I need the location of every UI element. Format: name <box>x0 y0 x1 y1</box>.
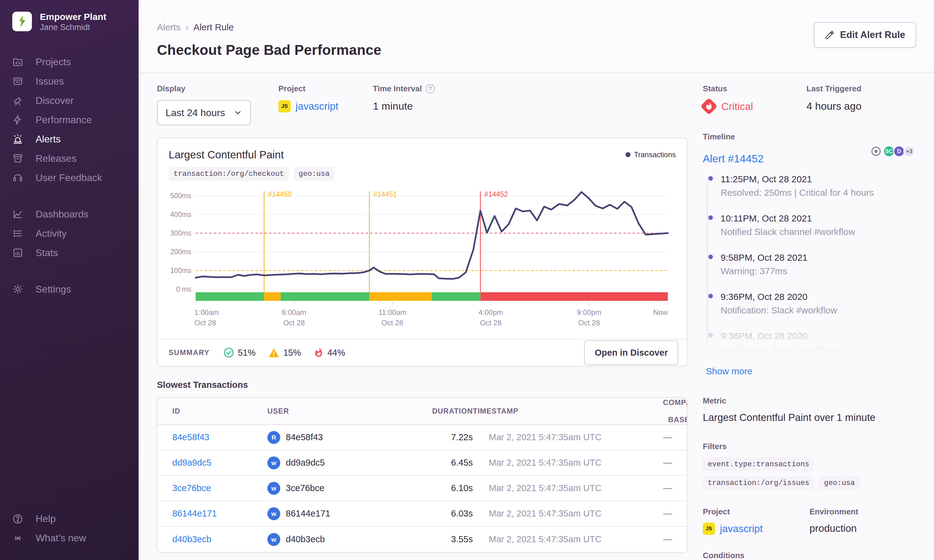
summary-warning: 15% <box>268 347 301 358</box>
lcp-chart[interactable]: 0 ms100ms200ms300ms400ms500ms#14450#1445… <box>157 181 687 336</box>
user-avatar: w <box>267 533 280 546</box>
chart-card: Largest Contentful Paint Transactions tr… <box>157 138 687 366</box>
event-description: Notification: Slack #workflow <box>721 344 916 355</box>
sidebar-item-what-s-new[interactable]: What’s new <box>0 528 139 548</box>
incident-marker-label[interactable]: #14452 <box>485 190 508 198</box>
avatar[interactable]: +3 <box>903 146 915 157</box>
project-link[interactable]: javascript <box>720 523 763 535</box>
table-row: 86144e171w86144e1716.03sMar 2, 2021 5:47… <box>157 501 687 527</box>
project-link[interactable]: javascript <box>296 100 338 112</box>
warning-triangle-icon <box>268 347 279 358</box>
event-description: Notification: Slack #workflow <box>721 305 916 315</box>
edit-alert-rule-button[interactable]: Edit Alert Rule <box>814 22 916 48</box>
org-switcher[interactable]: Empower Plant Jane Schmidt <box>0 11 139 32</box>
table-row: d40b3ecbwd40b3ecb3.55sMar 2, 2021 5:47:3… <box>157 527 687 552</box>
sidebar-item-label: Issues <box>36 76 64 87</box>
lcp-chart-svg[interactable]: 0 ms100ms200ms300ms400ms500ms#14450#1445… <box>164 188 672 332</box>
incident-marker-label[interactable]: #14450 <box>268 190 292 198</box>
user-avatar: w <box>267 507 280 520</box>
sidebar-item-label: Discover <box>36 95 74 106</box>
incident-marker-label[interactable]: #14451 <box>374 190 397 198</box>
event-time: 11:25PM, Oct 28 2021 <box>721 174 916 185</box>
chart-legend[interactable]: Transactions <box>625 151 676 159</box>
column-header-timestamp: TIMESTAMP <box>473 407 663 415</box>
event-description: Notified Slack channel #workflow <box>721 227 916 237</box>
sidebar-item-issues[interactable]: Issues <box>0 72 139 91</box>
transaction-id-link[interactable]: 86144e171 <box>172 509 217 518</box>
javascript-platform-icon: JS <box>278 100 291 112</box>
y-axis-tick-label: 500ms <box>170 192 191 200</box>
user-feedback-icon <box>12 172 23 183</box>
user-avatar: R <box>267 431 280 444</box>
timeline-event: 10:11PM, Oct 28 2021Notified Slack chann… <box>706 213 916 237</box>
show-more-link[interactable]: Show more <box>706 366 752 377</box>
sidebar-item-label: Projects <box>36 56 71 68</box>
y-axis-tick-label: 200ms <box>170 248 191 256</box>
sidebar-item-alerts[interactable]: Alerts <box>0 129 139 149</box>
transactions-series-line <box>196 192 668 279</box>
chart-tag: transaction:/org/checkout <box>169 167 289 181</box>
sidebar-item-discover[interactable]: Discover <box>0 91 139 110</box>
fire-icon <box>705 102 713 110</box>
x-axis-tick-label: Now <box>653 308 668 317</box>
sidebar-nav-secondary: DashboardsActivityStats <box>0 205 139 263</box>
sidebar-item-projects[interactable]: Projects <box>0 52 139 72</box>
sidebar-item-label: What’s new <box>36 532 86 544</box>
filters-label: Filters <box>703 442 916 451</box>
metric-value: Largest Contentful Paint over 1 minute <box>703 412 916 423</box>
baseline-value: — <box>663 458 672 468</box>
transaction-id-link[interactable]: dd9a9dc5 <box>172 458 211 468</box>
sidebar-item-stats[interactable]: Stats <box>0 243 139 263</box>
transaction-id-link[interactable]: d40b3ecb <box>172 534 211 544</box>
help-circle-icon[interactable]: ? <box>426 84 435 94</box>
alerts-icon <box>12 134 23 145</box>
alert-number-link[interactable]: Alert #14452 <box>703 152 764 165</box>
y-axis-tick-label: 400ms <box>170 211 191 218</box>
sidebar-item-label: Stats <box>36 247 58 258</box>
baseline-value: — <box>663 534 672 545</box>
javascript-platform-icon: JS <box>703 523 715 535</box>
user-avatar: w <box>267 482 280 495</box>
breadcrumb-separator-icon: › <box>185 22 188 32</box>
y-axis-tick-label: 100ms <box>170 266 191 274</box>
duration-value: 6.45s <box>408 458 473 468</box>
event-description: Resolved: 250ms | Critical for 4 hours <box>721 188 916 198</box>
sidebar-item-label: Alerts <box>36 134 61 145</box>
x-axis-tick-label: 11:00am <box>378 308 407 317</box>
slowest-transactions-heading: Slowest Transactions <box>157 380 687 390</box>
transaction-id-link[interactable]: 84e58f43 <box>172 432 210 442</box>
column-header-id: ID <box>172 407 267 415</box>
sidebar-item-activity[interactable]: Activity <box>0 224 139 243</box>
open-in-discover-button[interactable]: Open in Discover <box>584 340 678 365</box>
display-select[interactable]: Last 24 hours <box>157 100 251 125</box>
sidebar-item-settings[interactable]: Settings <box>0 280 139 299</box>
participant-avatars[interactable]: SCD+3 <box>871 146 915 157</box>
releases-icon <box>12 153 23 164</box>
user-avatar: w <box>267 457 280 469</box>
x-axis-date-label: Oct 28 <box>480 318 502 327</box>
status-segment-warning <box>264 292 281 301</box>
sidebar-item-performance[interactable]: Performance <box>0 110 139 129</box>
summary-label: SUMMARY <box>169 348 210 357</box>
sidebar-nav-primary: ProjectsIssuesDiscoverPerformanceAlertsR… <box>0 52 139 188</box>
timeline-list: 11:25PM, Oct 28 2021Resolved: 250ms | Cr… <box>703 174 916 377</box>
sidebar-item-user-feedback[interactable]: User Feedback <box>0 168 139 188</box>
sidebar: Empower Plant Jane Schmidt ProjectsIssue… <box>0 0 139 560</box>
duration-value: 6.03s <box>408 509 473 518</box>
filter-tag: transaction:/org/issues <box>703 476 814 490</box>
page-title: Checkout Page Bad Performance <box>157 42 916 58</box>
sidebar-item-dashboards[interactable]: Dashboards <box>0 205 139 224</box>
timeline-dot-icon <box>708 215 713 220</box>
sidebar-item-help[interactable]: Help <box>0 509 139 528</box>
transaction-id-link[interactable]: 3ce76bce <box>172 483 211 493</box>
y-axis-tick-label: 300ms <box>170 229 191 237</box>
user-name: 3ce76bce <box>286 483 324 493</box>
environment-value: production <box>809 523 916 534</box>
duration-value: 7.22s <box>408 432 473 442</box>
baseline-value: — <box>663 509 672 518</box>
display-label: Display <box>157 84 278 94</box>
sidebar-item-releases[interactable]: Releases <box>0 149 139 168</box>
x-axis-tick-label: 1:00am <box>195 308 219 317</box>
sidebar-nav-footer: HelpWhat’s new <box>0 509 139 548</box>
breadcrumb-alerts[interactable]: Alerts <box>157 22 181 32</box>
